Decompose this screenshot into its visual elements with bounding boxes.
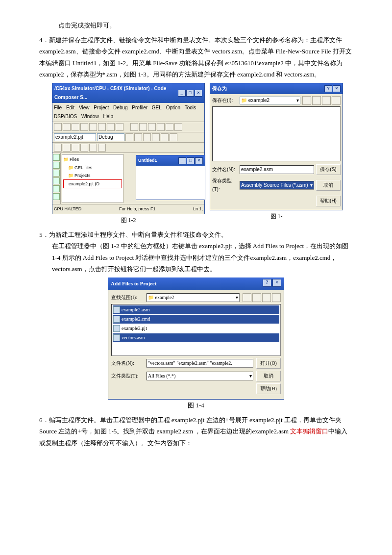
menu-dspbios[interactable]: DSP/BIOS [54, 114, 77, 119]
tree-item-project[interactable]: example2.pjt (D [63, 179, 122, 188]
save-button[interactable]: 保存(S) [316, 164, 341, 175]
untitled-window[interactable]: Untitled1 _ □ × [136, 155, 205, 200]
filename-input[interactable]: example2.asm [240, 165, 314, 174]
tb-icon[interactable] [166, 123, 173, 131]
side-icon[interactable] [53, 185, 60, 192]
lookin-value: example2 [155, 295, 174, 300]
tb-icon[interactable] [89, 144, 97, 151]
tb-icon[interactable] [98, 144, 106, 151]
views-icon[interactable] [332, 96, 341, 105]
tb-save-icon[interactable] [72, 123, 79, 131]
open-button[interactable]: 打开(O) [256, 358, 281, 369]
tb-icon[interactable] [54, 144, 62, 151]
help-button[interactable]: ? [324, 85, 332, 92]
lookin-combo[interactable]: 📁 example2 ▾ [147, 293, 240, 302]
addfiles-file-list[interactable]: example2.asm example2.cmd example2.pjt v… [111, 304, 281, 356]
menu-view[interactable]: View [79, 105, 90, 110]
figure-1-2: /C54xx Simulator/CPU - C54X (Simulator) … [52, 83, 205, 226]
menu-tools[interactable]: Tools [185, 105, 196, 110]
list-item[interactable]: example2.asm [113, 305, 279, 314]
save-in-combo[interactable]: 📁 example2 ▾ [240, 97, 300, 104]
tb-paste-icon[interactable] [98, 123, 106, 131]
minimize-button[interactable]: _ [178, 157, 186, 164]
close-button[interactable]: × [272, 279, 281, 287]
tb-open-icon[interactable] [63, 123, 71, 131]
tb-icon[interactable] [72, 144, 79, 151]
tb-icon[interactable] [152, 133, 160, 141]
addfiles-title-bar: Add Files to Project ? × [108, 278, 284, 290]
up-icon[interactable] [312, 96, 321, 105]
tb-build-icon[interactable] [125, 133, 133, 141]
back-icon[interactable] [302, 96, 311, 105]
list-item[interactable]: example2.cmd [113, 315, 279, 324]
status-left: CPU HALTED [54, 205, 81, 213]
menu-project[interactable]: Project [94, 105, 109, 110]
ccs-title-bar: /C54xx Simulator/CPU - C54X (Simulator) … [52, 83, 204, 103]
newfolder-icon[interactable] [322, 96, 331, 105]
maximize-button[interactable]: □ [186, 90, 194, 97]
help-button[interactable]: 帮助(H) [316, 196, 341, 206]
project-tree[interactable]: Files GEL files Projects example2.pjt (D [62, 154, 123, 203]
list-item[interactable]: vectors.asm [113, 333, 279, 342]
side-icon[interactable] [53, 162, 60, 169]
side-icon[interactable] [53, 154, 60, 161]
up-icon[interactable] [252, 293, 261, 302]
tb-icon[interactable] [174, 123, 182, 131]
menu-option[interactable]: Option [166, 105, 180, 110]
help-button[interactable]: ? [263, 279, 271, 287]
project-combo[interactable]: example2.pjt [54, 133, 96, 141]
filename-input[interactable]: "vectors.asm" "example2.asm" "example2. [147, 359, 253, 368]
step-5-num: 5． [39, 231, 49, 238]
step-4: 4．新建并保存主程序文件、链接命令文件和中断向量表文件。本次实验三个文件的参考名… [39, 34, 353, 80]
menu-edit[interactable]: Edit [66, 105, 74, 110]
tb-find-icon[interactable] [130, 123, 138, 131]
tb-icon[interactable] [170, 133, 177, 141]
menu-gel[interactable]: GEL [152, 105, 162, 110]
type-value: Assembly Source Files (*.asm) [241, 182, 308, 189]
tb-rebuild-icon[interactable] [134, 133, 142, 141]
tb-new-icon[interactable] [54, 123, 62, 131]
tree-root[interactable]: Files [63, 155, 122, 163]
tree-item[interactable]: GEL files [63, 164, 122, 172]
list-item-label: example2.cmd [122, 315, 150, 324]
tb-icon[interactable] [139, 123, 147, 131]
tree-item[interactable]: Projects [63, 172, 122, 179]
newfolder-icon[interactable] [262, 293, 271, 302]
tb-undo-icon[interactable] [107, 123, 115, 131]
back-icon[interactable] [243, 293, 251, 302]
side-icon[interactable] [53, 193, 60, 200]
tb-icon[interactable] [63, 144, 71, 151]
list-item[interactable]: example2.pjt [113, 324, 279, 333]
minimize-button[interactable]: _ [178, 90, 186, 97]
close-button[interactable]: × [333, 85, 341, 92]
views-icon[interactable] [272, 293, 281, 302]
cancel-button[interactable]: 取消 [256, 371, 281, 381]
menu-profiler[interactable]: Profiler [132, 105, 147, 110]
list-item-label: vectors.asm [122, 333, 145, 342]
menu-file[interactable]: File [54, 105, 62, 110]
menu-window[interactable]: Window [81, 114, 99, 119]
cancel-button[interactable]: 取消 [316, 180, 341, 191]
tb-icon[interactable] [157, 123, 165, 131]
type-combo[interactable]: Assembly Source Files (*.asm) ▾ [240, 181, 314, 190]
ccs-menu-bar[interactable]: File Edit View Project Debug Profiler GE… [52, 103, 204, 122]
side-icon[interactable] [53, 170, 60, 177]
tb-icon[interactable] [161, 133, 169, 141]
close-button[interactable]: × [195, 90, 202, 97]
tb-cut-icon[interactable] [80, 123, 88, 131]
tb-redo-icon[interactable] [116, 123, 123, 131]
help-button[interactable]: 帮助(H) [256, 383, 281, 394]
tb-icon[interactable] [143, 133, 151, 141]
menu-debug[interactable]: Debug [113, 105, 127, 110]
side-icon[interactable] [53, 177, 60, 184]
close-button[interactable]: × [195, 157, 203, 164]
maximize-button[interactable]: □ [187, 157, 195, 164]
ccs-toolbar-3 [52, 143, 204, 153]
tb-icon[interactable] [148, 123, 156, 131]
tb-icon[interactable] [80, 144, 88, 151]
saveas-file-list[interactable] [212, 106, 341, 161]
config-combo[interactable]: Debug [97, 133, 124, 141]
tb-copy-icon[interactable] [89, 123, 97, 131]
type-combo[interactable]: All Files (*.*) ▾ [147, 372, 253, 380]
menu-help[interactable]: Help [103, 114, 113, 119]
